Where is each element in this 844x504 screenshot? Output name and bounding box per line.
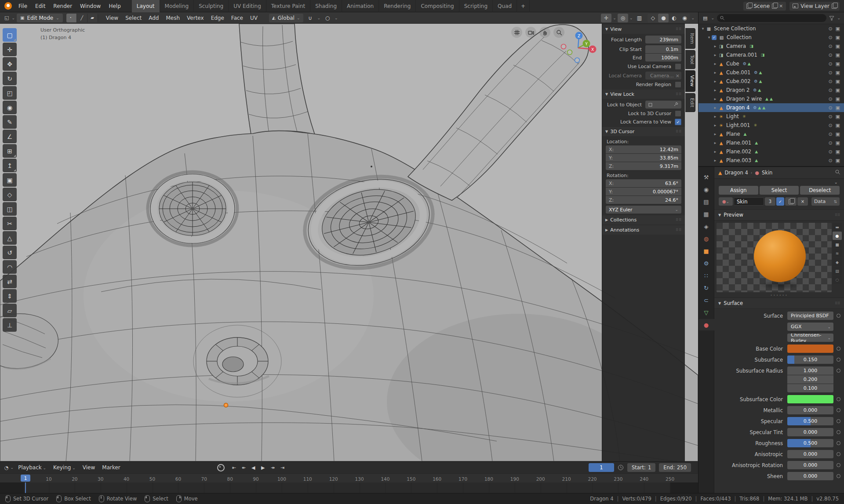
proportional-editing-icon[interactable]: ○: [322, 14, 333, 22]
outliner-row-dragon-4[interactable]: ▸▲Dragon 4⚙▲▲⊙▣: [698, 103, 844, 112]
menu-window[interactable]: Window: [76, 0, 105, 12]
outliner-row-plane[interactable]: ▸▲Plane▲⊙▣: [698, 130, 844, 138]
hide-in-viewport-toggle[interactable]: ⊙: [828, 140, 832, 146]
outliner-row-camera[interactable]: ▸◨Camera◨⊙▣: [698, 42, 844, 51]
annotations-panel-header[interactable]: ▶Annotations⠿⠿: [602, 225, 685, 235]
preview-fluid-button[interactable]: ◌: [833, 276, 842, 284]
fake-user-toggle[interactable]: ✓: [776, 197, 784, 206]
preview-hair-button[interactable]: ≋: [833, 249, 842, 257]
material-icon[interactable]: ●: [755, 170, 759, 176]
viewport-menu-add[interactable]: Add: [145, 12, 162, 24]
viewport-menu-mesh[interactable]: Mesh: [162, 12, 183, 24]
disclosure-icon[interactable]: ▸: [713, 141, 718, 145]
playhead-line[interactable]: [25, 482, 26, 493]
properties-tab-render[interactable]: ◉: [699, 184, 713, 195]
field-subsurface-radius-y[interactable]: 0.200: [787, 375, 833, 384]
disable-in-renders-toggle[interactable]: ▣: [836, 61, 840, 67]
axis-neg-y[interactable]: [568, 50, 572, 55]
slot-link-dropdown[interactable]: Data⇅: [811, 197, 840, 206]
disable-in-renders-toggle[interactable]: ▣: [836, 140, 840, 146]
keyframe-dot[interactable]: [837, 358, 840, 362]
pan-hand-icon[interactable]: [539, 27, 550, 38]
outliner-row-plane-001[interactable]: ▸▲Plane.001▲⊙▣: [698, 138, 844, 147]
preview-cube-button[interactable]: ■: [833, 240, 842, 249]
disclosure-icon[interactable]: ▸: [713, 132, 718, 136]
keyframe-dot[interactable]: [837, 397, 840, 401]
disable-in-renders-toggle[interactable]: ▣: [836, 149, 840, 155]
hide-in-viewport-toggle[interactable]: ⊙: [828, 26, 832, 32]
disclosure-icon[interactable]: ▸: [713, 53, 718, 57]
field-specular-tint[interactable]: 0.000: [787, 428, 833, 436]
outliner-row-light-001[interactable]: ▸☀Light.001☼⊙▣: [698, 121, 844, 130]
clip-start-field[interactable]: 0.1m: [645, 45, 681, 53]
workspace-tab-uv-editing[interactable]: UV Editing: [229, 0, 266, 12]
field-subsurface[interactable]: 0.150: [787, 355, 833, 364]
breadcrumb-data[interactable]: Skin: [762, 170, 772, 176]
collection-checkbox[interactable]: ✓: [712, 35, 717, 40]
viewport-menu-face[interactable]: Face: [228, 12, 247, 24]
blender-logo-icon[interactable]: [4, 2, 12, 10]
keyframe-dot[interactable]: [837, 347, 840, 351]
workspace-tab-shading[interactable]: Shading: [310, 0, 342, 12]
timeline-menu-playback[interactable]: Playback ⌄: [15, 462, 50, 473]
new-view-layer-icon[interactable]: [832, 4, 837, 9]
tool-add-cube[interactable]: ⊞: [3, 144, 17, 158]
lock-to-object-field[interactable]: [645, 101, 681, 109]
properties-tab-output[interactable]: ▤: [699, 196, 713, 207]
browse-material-button[interactable]: ●⌄: [719, 197, 733, 206]
disclosure-icon[interactable]: ▸: [713, 62, 718, 66]
menu-file[interactable]: File: [15, 0, 31, 12]
editor-type-icon[interactable]: ◱: [4, 15, 10, 21]
menu-help[interactable]: Help: [105, 0, 124, 12]
hide-in-viewport-toggle[interactable]: ⊙: [828, 52, 832, 58]
assign-button[interactable]: Assign: [719, 186, 758, 195]
disclosure-icon[interactable]: ▸: [713, 44, 718, 48]
keyframe-dot[interactable]: [837, 441, 840, 445]
field-base-color[interactable]: [787, 344, 833, 353]
keyframe-dot[interactable]: [837, 430, 840, 434]
outliner-row-cube[interactable]: ▸▲Cube⚙▲⊙▣: [698, 59, 844, 68]
deselect-button[interactable]: Deselect: [800, 186, 840, 195]
eyedropper-icon[interactable]: [674, 102, 678, 108]
hide-in-viewport-toggle[interactable]: ⊙: [828, 79, 832, 84]
workspace-tab-modeling[interactable]: Modeling: [160, 0, 194, 12]
tool-poly-build[interactable]: △: [3, 231, 17, 245]
properties-tab-constraints[interactable]: ⊂: [699, 294, 713, 306]
cursor-rotation-y[interactable]: Y:0.000067°: [606, 188, 681, 196]
disable-in-renders-toggle[interactable]: ▣: [836, 131, 840, 137]
proportional-chevron-icon[interactable]: ⌄: [335, 16, 338, 20]
timeline-menu-view[interactable]: View: [79, 462, 98, 473]
view-layer-selector[interactable]: View Layer: [789, 2, 840, 11]
cursor-rotation-z[interactable]: Z:24.6°: [606, 196, 681, 204]
preview-cloth-button[interactable]: ▤: [833, 267, 842, 275]
filter-chevron-icon[interactable]: ⌄: [837, 16, 840, 20]
material-slot-specials[interactable]: ⌄: [714, 179, 844, 185]
disclosure-icon[interactable]: ▾: [706, 35, 712, 40]
outliner-editor-icon[interactable]: ▤: [702, 15, 708, 21]
outliner-row-plane-002[interactable]: ▸▲Plane.002▲⊙▣: [698, 147, 844, 156]
local-camera-field[interactable]: Camera... ×: [645, 72, 681, 80]
disclosure-icon[interactable]: ▸: [713, 158, 718, 163]
disable-in-renders-toggle[interactable]: ▣: [836, 26, 840, 32]
axis-neg-x[interactable]: [561, 44, 566, 49]
outliner-row-camera-001[interactable]: ▸◨Camera.001◨⊙▣: [698, 51, 844, 59]
shading-material-icon[interactable]: ◐: [669, 14, 679, 22]
cursor-location-x[interactable]: X:12.42m: [606, 145, 681, 153]
disable-in-renders-toggle[interactable]: ▣: [836, 158, 840, 163]
toggle-perspective-icon[interactable]: [511, 27, 522, 38]
disclosure-icon[interactable]: ▾: [700, 26, 706, 31]
field-surface[interactable]: Principled BSDF: [787, 312, 833, 320]
disable-in-renders-toggle[interactable]: ▣: [836, 105, 840, 111]
hide-in-viewport-toggle[interactable]: ⊙: [828, 96, 832, 102]
tool-select-box[interactable]: ▢: [3, 28, 17, 42]
field-distribution[interactable]: GGX⌄: [787, 323, 833, 331]
field-anisotropic-rotation[interactable]: 0.000: [787, 461, 833, 469]
tool-transform[interactable]: ◉: [3, 101, 17, 114]
keyframe-dot[interactable]: [837, 463, 840, 467]
hide-in-viewport-toggle[interactable]: ⊙: [828, 114, 832, 120]
disable-in-renders-toggle[interactable]: ▣: [836, 123, 840, 128]
disable-in-renders-toggle[interactable]: ▣: [836, 44, 840, 49]
workspace-tab-animation[interactable]: Animation: [342, 0, 379, 12]
playhead[interactable]: 1: [21, 475, 30, 482]
play-reverse-button[interactable]: ◀: [249, 464, 258, 472]
